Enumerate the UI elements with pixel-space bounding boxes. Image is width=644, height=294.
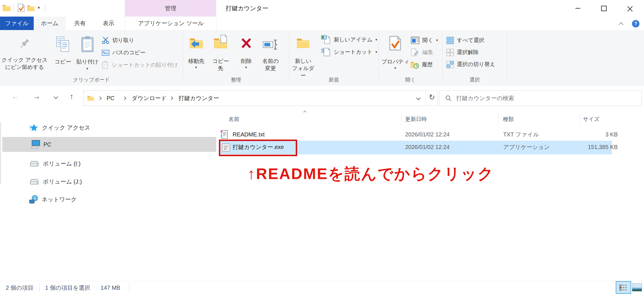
copy-path-button[interactable]: パスのコピー [102,49,145,57]
qat-dropdown-icon[interactable]: ▾ [38,6,40,9]
annotation-highlight-box [219,140,297,156]
ribbon-tab-row: ファイル ホーム 共有 表示 アプリケーション ツール ? [0,17,644,30]
network-icon [29,195,38,204]
breadcrumb-current-folder[interactable]: 打鍵カウンター [179,91,219,106]
status-divider [39,283,40,292]
edit-label: 編集 [422,48,433,56]
titlebar-divider [13,4,13,12]
group-label-organize: 整理 [183,76,289,84]
maximize-button[interactable] [595,0,612,17]
rename-button[interactable]: 名前の 変更 [260,33,281,75]
file-date: 2026/01/02 12:24 [405,128,450,141]
search-box[interactable] [439,90,642,106]
new-item-button[interactable]: 新しいアイテム ▾ [321,35,377,44]
select-all-button[interactable]: すべて選択 [446,36,484,44]
paste-label: 貼り付け [72,58,103,65]
new-folder-button[interactable]: 新しい フォルダー [292,33,314,75]
column-header-size[interactable]: サイズ [583,113,599,126]
address-bar[interactable]: PC ダウンロード 打鍵カウンター ↻ [83,90,438,106]
group-label-open: 開く [379,76,442,84]
minimize-button[interactable] [569,0,586,17]
delete-button[interactable]: 削除 ▾ [237,33,255,75]
sidebar-item-volume-j[interactable]: ボリューム (J:) [0,176,216,187]
sidebar-item-network[interactable]: ネットワーク [0,194,216,204]
shortcut-button[interactable]: ショートカット ▾ [321,47,377,57]
details-view-button[interactable] [616,281,631,294]
breadcrumb-chevron-icon[interactable] [169,96,173,100]
paste-button[interactable]: 貼り付け ▾ [74,33,101,75]
open-button[interactable]: 開く ▾ [411,36,438,44]
group-separator [507,32,507,83]
sidebar-item-pc[interactable]: PC [2,137,216,152]
invert-selection-button[interactable]: 選択の切り替え [446,60,495,68]
group-label-select: 選択 [442,76,507,84]
sidebar-item-label: PC [43,140,51,149]
new-folder-label-line2: フォルダー [292,65,314,79]
pin-to-quick-access-button[interactable]: クイック アクセス にピン留めする [0,33,49,75]
group-label-clipboard: クリップボード [0,76,183,84]
column-divider[interactable] [498,113,498,125]
copy-to-button[interactable]: コピー先 ▾ [210,33,231,75]
new-item-dropdown-icon: ▾ [375,38,377,41]
properties-button[interactable]: プロパティ ▾ [380,33,411,75]
column-header-name[interactable]: 名前 [229,113,239,126]
annotation-text: ↑READMEを読んでからクリック [247,164,494,184]
column-header-date[interactable]: 更新日時 [405,113,427,126]
items-count: 2 個の項目 [6,281,33,294]
tab-application-tools[interactable]: アプリケーション ツール [125,17,217,30]
details-view-icon [619,284,627,291]
sort-ascending-icon[interactable] [303,110,306,114]
select-none-button[interactable]: 選択解除 [446,48,479,56]
open-icon [411,37,419,44]
tab-file[interactable]: ファイル [0,17,34,30]
qat-new-folder-icon[interactable] [27,4,35,11]
edit-button[interactable]: 編集 [411,48,433,56]
forward-button[interactable]: → [33,92,40,100]
breadcrumb-pc[interactable]: PC [107,91,115,106]
drive-icon [30,161,39,167]
minimize-ribbon-icon[interactable] [619,22,624,27]
ribbon: クリップボード 整理 新規 開く 選択 クイック アクセス にピン留めする コピ… [0,30,644,86]
rename-label-line1: 名前の [260,57,281,65]
column-divider[interactable] [401,113,402,125]
up-button[interactable]: ↑ [70,92,74,100]
cut-button[interactable]: 切り取り [102,36,134,44]
file-size: 151,385 KB [570,141,618,153]
column-divider[interactable] [579,113,580,125]
qat-properties-icon[interactable] [18,3,25,12]
breadcrumb-chevron-icon[interactable] [123,96,126,100]
address-dropdown-icon[interactable] [416,96,421,100]
copy-to-dropdown-icon: ▾ [219,66,221,69]
sidebar-item-volume-i[interactable]: ボリューム (I:) [0,158,216,169]
copy-button[interactable]: コピー [49,33,77,75]
breadcrumb-chevron-icon[interactable] [98,96,102,100]
help-icon[interactable]: ? [632,20,639,27]
history-button[interactable]: 履歴 [410,60,433,69]
history-label: 履歴 [422,61,433,69]
tab-share[interactable]: 共有 [66,17,94,30]
properties-dropdown-icon: ▾ [394,67,396,69]
sidebar-item-quick-access[interactable]: クイック アクセス [0,122,216,133]
refresh-icon[interactable]: ↻ [429,93,435,102]
address-divider [425,91,426,106]
delete-icon [240,37,252,49]
thumbnail-view-button[interactable] [632,283,642,291]
new-folder-icon [296,36,310,49]
status-bar: 2 個の項目 1 個の項目を選択 147 MB [0,281,644,294]
tab-home[interactable]: ホーム [34,17,66,30]
copy-path-label: パスのコピー [112,49,145,57]
minimize-icon [575,8,580,9]
rename-icon [263,39,278,50]
tab-view[interactable]: 表示 [94,17,123,30]
breadcrumb-downloads[interactable]: ダウンロード [132,91,167,106]
search-input[interactable] [456,95,617,102]
close-button[interactable] [621,0,639,17]
paste-shortcut-button[interactable]: ショートカットの貼り付け [102,61,178,69]
recent-locations-dropdown-icon[interactable] [54,95,58,99]
back-button[interactable]: ← [11,92,19,100]
move-to-button[interactable]: 移動先 ▾ [186,33,207,75]
file-row-readme[interactable]: README.txt 2026/01/02 12:24 TXT ファイル 3 K… [219,128,614,141]
column-header-type[interactable]: 種類 [503,113,514,126]
shortcut-dropdown-icon: ▾ [375,51,377,53]
breadcrumb-folder-icon [87,95,94,101]
